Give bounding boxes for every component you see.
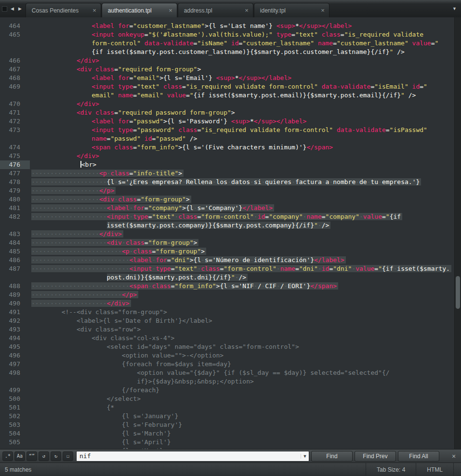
code-line: 495 <select id="days" name="days" class=… [0, 343, 454, 351]
tab-label: Cosas Pendientes [32, 7, 79, 14]
status-tab-size[interactable]: Tab Size: 4 [366, 463, 416, 476]
line-number: 472 [0, 117, 30, 126]
tab-authentication-tpl[interactable]: authentication.tpl× [102, 3, 177, 17]
case-sensitive-toggle[interactable]: Aa [14, 451, 25, 461]
line-number [0, 134, 30, 143]
find-bar: .*Aa“”↺↻☐ ▼ Find Find Prev Find All × [0, 449, 461, 463]
code-line: 503 {l s='February'} [0, 421, 454, 429]
line-number: 484 [0, 238, 30, 247]
code-line: 485························<p·class="for… [0, 247, 454, 256]
status-syntax[interactable]: HTML [416, 463, 453, 476]
tab-scroll-left-icon[interactable]: ◀ [10, 5, 15, 12]
code-line: 464 <label for="customer_lastname">{l s=… [0, 22, 454, 30]
line-number: 478 [0, 178, 30, 186]
code-line: 470 </div> [0, 100, 454, 108]
line-number: 490 [0, 299, 30, 308]
code-line: 481····················<label·for="compa… [0, 204, 454, 212]
code-line: 483··················</div> [0, 230, 454, 238]
tab-label: authentication.tpl [108, 7, 152, 14]
status-bar: 5 matches Tab Size: 4 HTML [0, 463, 461, 476]
find-all-button[interactable]: Find All [398, 451, 439, 462]
line-number [0, 91, 30, 100]
regex-toggle[interactable]: .* [2, 451, 13, 461]
code-line: post.dni)}{$smarty.post.dni}{/if}"·/> [0, 273, 454, 282]
line-number: 483 [0, 230, 30, 238]
find-input[interactable] [77, 451, 301, 461]
code-line: 500 </select> [0, 395, 454, 403]
tab-label: address.tpl [184, 7, 212, 14]
code-line: 468 <label for="email">{l s='Email'} <su… [0, 74, 454, 82]
tab-close-icon[interactable]: × [169, 7, 172, 13]
tab-identity-tpl[interactable]: identity.tpl× [254, 3, 329, 17]
line-number: 474 [0, 143, 30, 152]
line-number: 492 [0, 317, 30, 325]
find-history-dropdown-icon[interactable]: ▼ [301, 454, 309, 459]
code-line: 467 <div class="required form-group"> [0, 65, 454, 74]
line-number: 502 [0, 412, 30, 421]
code-line: 466 </div> [0, 56, 454, 65]
code-line: 497 {foreach from=$days item=day} [0, 360, 454, 369]
code-line: name="passwd" id="passwd" /> [0, 134, 454, 143]
tab-label: identity.tpl [260, 7, 286, 14]
code-editor-window: ◀ ▶ Cosas Pendientes×authentication.tpl×… [0, 0, 461, 476]
line-number: 471 [0, 108, 30, 117]
find-prev-button[interactable]: Find Prev [355, 451, 396, 462]
code-line: 491 <!--<div class="form-group"> [0, 308, 454, 317]
code-line: form-control" data-validate="isName" id=… [0, 39, 454, 48]
code-line: 478····················{l·s='¿Eres·empre… [0, 178, 454, 186]
status-pad [453, 463, 461, 476]
code-line: 477··················<p·class="info-titl… [0, 169, 454, 178]
line-number: 481 [0, 204, 30, 212]
line-number: 498 [0, 369, 30, 377]
scrollbar-thumb[interactable] [456, 276, 460, 309]
line-number: 467 [0, 65, 30, 74]
tab-list: Cosas Pendientes×authentication.tpl×addr… [26, 0, 330, 17]
code-line: 473 <input type="password" class="is_req… [0, 126, 454, 134]
code-editor[interactable]: <div class="required form-group">464 <la… [0, 17, 454, 449]
tab-bar-controls: ◀ ▶ [1, 0, 26, 17]
whole-word-toggle[interactable]: “” [26, 451, 37, 461]
tab-close-icon[interactable]: × [321, 7, 325, 13]
tab-address-tpl[interactable]: address.tpl× [178, 3, 253, 17]
line-number: 464 [0, 22, 30, 30]
code-line: 484····················<div·class="form-… [0, 238, 454, 247]
vertical-scrollbar[interactable] [454, 17, 461, 449]
code-lines: <div class="required form-group">464 <la… [0, 17, 454, 449]
find-bar-close-icon[interactable]: × [449, 452, 459, 460]
line-number: 486 [0, 256, 30, 264]
tab-cosas-pendientes[interactable]: Cosas Pendientes× [26, 3, 101, 17]
line-number: 489 [0, 291, 30, 299]
line-number: 465 [0, 30, 30, 39]
search-direction-toggle[interactable]: ↻ [51, 451, 61, 461]
find-option-toggles: .*Aa“”↺↻☐ [2, 451, 73, 461]
line-number: 495 [0, 343, 30, 351]
line-number: 470 [0, 100, 30, 108]
line-number: 468 [0, 74, 30, 82]
line-number: 500 [0, 395, 30, 403]
find-button[interactable]: Find [311, 451, 353, 462]
tab-close-icon[interactable]: × [245, 7, 249, 13]
line-number: 466 [0, 56, 30, 65]
line-number: 473 [0, 126, 30, 134]
wrap-search-toggle[interactable]: ↺ [39, 451, 49, 461]
code-line: 502 {l s='January'} [0, 412, 454, 421]
code-line: 472 <label for="passwd">{l s='Password'}… [0, 117, 454, 126]
tab-close-icon[interactable]: × [92, 7, 96, 13]
tab-bar: ◀ ▶ Cosas Pendientes×authentication.tpl×… [0, 0, 461, 17]
line-number: 482 [0, 212, 30, 221]
code-line: 499 {/foreach} [0, 386, 454, 395]
tab-overflow-menu-icon[interactable]: ▼ [448, 6, 461, 11]
line-number: 488 [0, 282, 30, 291]
line-number: 487 [0, 264, 30, 273]
code-line: 504 {l s='March'} [0, 429, 454, 438]
find-input-wrap: ▼ [76, 451, 309, 462]
line-number: 469 [0, 82, 30, 91]
code-line: 488··························<span·class… [0, 282, 454, 291]
code-line: 480··················<div·class="form-gr… [0, 195, 454, 204]
tab-scroll-right-icon[interactable]: ▶ [17, 5, 23, 12]
line-number: 477 [0, 169, 30, 178]
line-number: 496 [0, 351, 30, 360]
in-selection-toggle[interactable]: ☐ [63, 451, 73, 461]
code-line: email" name="email" value="{if isset($sm… [0, 91, 454, 100]
line-number: 501 [0, 403, 30, 412]
